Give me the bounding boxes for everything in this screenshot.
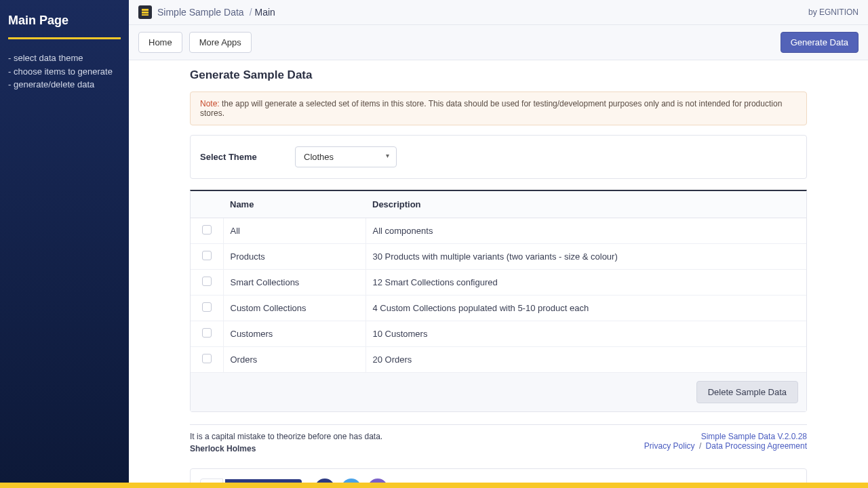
bottom-accent-bar — [0, 483, 868, 488]
table-row: Customers 10 Customers — [191, 321, 806, 347]
sidebar: Main Page select data theme choose items… — [0, 0, 129, 488]
table-row: Products 30 Products with multiple varia… — [191, 244, 806, 270]
table-row: Smart Collections 12 Smart Collections c… — [191, 270, 806, 296]
row-desc: All components — [366, 218, 806, 244]
theme-select[interactable]: Clothes — [295, 146, 397, 167]
col-desc: Description — [366, 191, 806, 218]
items-table: Name Description All All components Prod… — [190, 190, 807, 412]
row-desc: 30 Products with multiple variants (two … — [366, 244, 806, 270]
row-name: Products — [223, 244, 366, 270]
generate-data-button[interactable]: Generate Data — [781, 32, 859, 53]
table-row: Custom Collections 4 Custom Collections … — [191, 296, 806, 321]
note-text: the app will generate a selected set of … — [200, 99, 782, 118]
main-area: Simple Sample Data / Main by EGNITION Ho… — [129, 0, 868, 488]
row-checkbox[interactable] — [202, 251, 212, 260]
theme-label: Select Theme — [200, 152, 295, 162]
home-button[interactable]: Home — [138, 32, 182, 53]
footer: It is a capital mistake to theorize befo… — [190, 432, 807, 453]
row-checkbox[interactable] — [202, 328, 212, 338]
breadcrumb-page: Main — [255, 7, 275, 18]
app-icon — [138, 5, 152, 19]
row-name: Orders — [223, 347, 366, 373]
breadcrumb-app[interactable]: Simple Sample Data — [157, 7, 244, 18]
quote-author: Sherlock Holmes — [190, 444, 382, 453]
sidebar-step: choose items to generate — [8, 65, 121, 79]
row-name: Smart Collections — [223, 270, 366, 296]
link-separator: / — [699, 441, 701, 451]
sidebar-steps: select data theme choose items to genera… — [8, 52, 121, 92]
theme-section: Select Theme Clothes — [190, 135, 807, 179]
row-desc: 12 Smart Collections configured — [366, 270, 806, 296]
version-link[interactable]: Simple Sample Data V.2.0.28 — [701, 432, 807, 441]
byline: by EGNITION — [808, 7, 859, 17]
svg-rect-0 — [142, 9, 149, 11]
privacy-link[interactable]: Privacy Policy — [644, 441, 695, 451]
row-name: Customers — [223, 321, 366, 347]
row-name: All — [223, 218, 366, 244]
svg-rect-2 — [142, 14, 149, 16]
topbar: Simple Sample Data / Main by EGNITION — [129, 0, 868, 25]
row-name: Custom Collections — [223, 296, 366, 321]
col-check — [191, 191, 223, 218]
divider — [190, 424, 807, 425]
sidebar-step: generate/delete data — [8, 78, 121, 92]
page-title: Generate Sample Data — [190, 68, 807, 82]
row-checkbox[interactable] — [202, 302, 212, 312]
breadcrumb-separator: / — [250, 7, 252, 18]
row-checkbox[interactable] — [202, 354, 212, 363]
dpa-link[interactable]: Data Processing Agreement — [706, 441, 807, 451]
table-footer: Delete Sample Data — [191, 373, 806, 411]
table-row: Orders 20 Orders — [191, 347, 806, 373]
svg-rect-1 — [142, 12, 149, 14]
footer-right: Simple Sample Data V.2.0.28 Privacy Poli… — [644, 432, 807, 453]
sidebar-step: select data theme — [8, 52, 121, 65]
footer-left: It is a capital mistake to theorize befo… — [190, 432, 382, 453]
row-desc: 20 Orders — [366, 347, 806, 373]
toolbar: Home More Apps Generate Data — [129, 25, 868, 60]
row-desc: 10 Customers — [366, 321, 806, 347]
row-desc: 4 Custom Collections populated with 5-10… — [366, 296, 806, 321]
more-apps-button[interactable]: More Apps — [189, 32, 252, 53]
delete-sample-data-button[interactable]: Delete Sample Data — [696, 381, 798, 403]
note-label: Note: — [200, 99, 220, 108]
sidebar-underline — [8, 37, 121, 39]
table-row: All All components — [191, 218, 806, 244]
note-box: Note: the app will generate a selected s… — [190, 92, 807, 125]
sidebar-title: Main Page — [8, 14, 121, 28]
row-checkbox[interactable] — [202, 277, 212, 286]
row-checkbox[interactable] — [202, 225, 212, 235]
content: Generate Sample Data Note: the app will … — [129, 60, 868, 488]
quote: It is a capital mistake to theorize befo… — [190, 432, 382, 441]
col-name: Name — [223, 191, 366, 218]
